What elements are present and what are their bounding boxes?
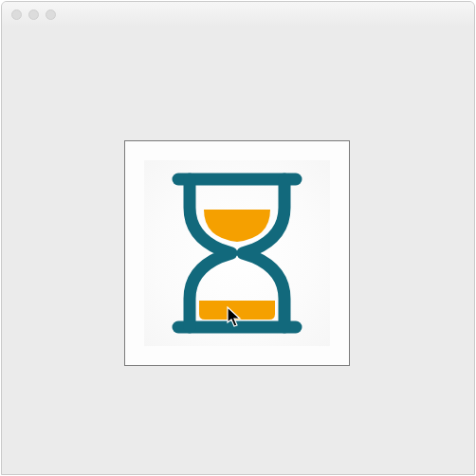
- app-window: [1, 1, 475, 475]
- traffic-light-zoom[interactable]: [46, 9, 56, 20]
- traffic-light-minimize[interactable]: [28, 9, 39, 20]
- window-content: [2, 27, 474, 474]
- hourglass-icon: [144, 160, 330, 346]
- hourglass-sand-top: [204, 210, 270, 242]
- titlebar: [2, 2, 474, 27]
- hourglass-sand-bottom: [199, 301, 275, 320]
- traffic-light-close[interactable]: [11, 9, 22, 20]
- image-preview-card: [124, 140, 350, 366]
